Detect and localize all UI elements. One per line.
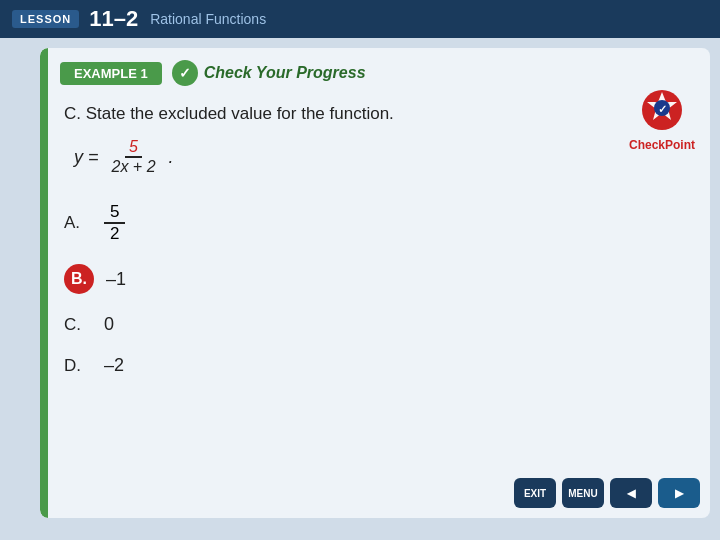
option-b-value: –1	[106, 269, 126, 290]
formula-denominator: 2x + 2	[108, 158, 160, 176]
formula-numerator: 5	[125, 138, 142, 158]
checkpoint-icon: ✓	[640, 88, 684, 136]
lesson-badge: LESSON	[12, 10, 79, 28]
checkpoint-logo: ✓ CheckPoint	[629, 88, 695, 152]
example-badge: EXAMPLE 1	[60, 62, 162, 85]
question-area: C. State the excluded value for the func…	[40, 96, 710, 202]
formula-fraction: 5 2x + 2	[108, 138, 160, 176]
checkpoint-text: CheckPoint	[629, 138, 695, 152]
next-button[interactable]: ▶	[658, 478, 700, 508]
option-a-fraction: 5 2	[104, 202, 125, 244]
prev-button[interactable]: ◀	[610, 478, 652, 508]
option-d-value: –2	[104, 355, 124, 376]
check-progress-text: Check Your Progress	[204, 64, 366, 82]
question-text: C. State the excluded value for the func…	[64, 104, 686, 124]
option-d-row[interactable]: D. –2	[64, 355, 686, 376]
option-b-row[interactable]: B. –1	[64, 264, 686, 294]
option-c-value: 0	[104, 314, 114, 335]
formula-area: y = 5 2x + 2 .	[74, 138, 686, 176]
exit-button[interactable]: EXIT	[514, 478, 556, 508]
option-a-denominator: 2	[104, 224, 125, 244]
main-content: EXAMPLE 1 ✓ Check Your Progress ✓ CheckP…	[40, 48, 710, 518]
formula-display: y = 5 2x + 2 .	[74, 138, 686, 176]
left-accent-bar	[40, 48, 48, 518]
option-c-row[interactable]: C. 0	[64, 314, 686, 335]
options-area: A. 5 2 B. –1 C. 0 D. –2	[40, 202, 710, 376]
svg-text:✓: ✓	[657, 103, 666, 115]
check-progress: ✓ Check Your Progress	[172, 60, 366, 86]
option-a-numerator: 5	[104, 202, 125, 224]
formula-period: .	[169, 147, 174, 168]
bottom-nav: EXIT MENU ◀ ▶	[514, 478, 700, 508]
lesson-title: Rational Functions	[150, 11, 266, 27]
option-b-label: B.	[64, 264, 94, 294]
check-icon: ✓	[172, 60, 198, 86]
top-bar: LESSON 11–2 Rational Functions	[0, 0, 720, 38]
option-a-label: A.	[64, 213, 92, 233]
lesson-number: 11–2	[89, 6, 138, 32]
option-d-label: D.	[64, 356, 92, 376]
option-a-row[interactable]: A. 5 2	[64, 202, 686, 244]
example-header: EXAMPLE 1 ✓ Check Your Progress ✓ CheckP…	[40, 48, 710, 96]
menu-button[interactable]: MENU	[562, 478, 604, 508]
formula-y: y =	[74, 147, 99, 168]
option-c-label: C.	[64, 315, 92, 335]
